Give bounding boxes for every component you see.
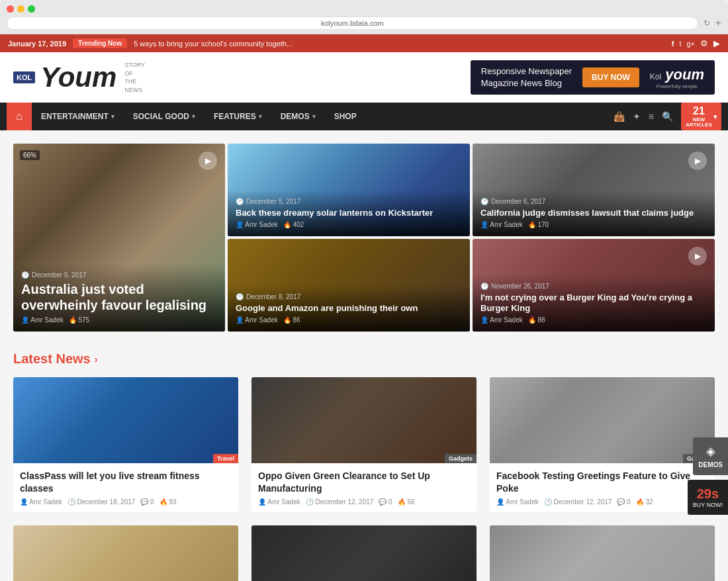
nav-demos[interactable]: DEMOS ▾ (271, 103, 325, 130)
demos-icon: ◈ (698, 444, 723, 459)
logo-youm: Youm (40, 64, 116, 91)
news-image (13, 525, 238, 581)
news-grid-bottom (13, 525, 715, 581)
ad-buy-button[interactable]: BUY NOW (582, 67, 639, 87)
news-image: Gadgets (490, 377, 715, 463)
ticker-date: January 17, 2019 (8, 40, 66, 48)
url-bar[interactable]: kolyoum.bdaia.com (7, 17, 698, 30)
news-body: Oppo Given Green Clearance to Set Up Man… (251, 463, 477, 512)
latest-news-section: Latest News › Travel ClassPass will let … (13, 351, 715, 581)
facebook-icon[interactable]: f (672, 40, 674, 48)
article-meta: 👤 Amr Sadek 🔥 86 (236, 316, 462, 324)
refresh-icon[interactable]: ↻ (704, 19, 710, 28)
chevron-down-icon: ▾ (111, 113, 114, 120)
nav-social-good[interactable]: SOCIAL GOOD ▾ (124, 103, 205, 130)
article-tag: Travel (213, 454, 238, 463)
articles-badge: 21 NEWARTICLES ▾ (681, 103, 721, 130)
card-overlay: 🕐 December 6, 2017 California judge dism… (473, 190, 715, 237)
card-overlay: 🕐 December 5, 2017 Back these dreamy sol… (228, 190, 470, 237)
nav-right: 👜 ✦ ≡ 🔍 21 NEWARTICLES ▾ (614, 103, 721, 130)
youtube-icon[interactable]: ▶ (713, 38, 720, 48)
article-meta: 👤 Amr Sadek 🔥 575 (21, 316, 217, 324)
news-card-oppo[interactable]: Gadgets Oppo Given Green Clearance to Se… (251, 377, 477, 512)
news-card-bottom-3[interactable] (490, 525, 715, 581)
news-body: ClassPass will let you live stream fitne… (13, 463, 238, 512)
buy-timer: 29s (693, 486, 723, 502)
logo-tagline: STORYOFTHENEWS (124, 61, 145, 94)
page-content: January 17, 2019 Trending Now 5 ways to … (0, 34, 728, 581)
twitter-icon[interactable]: t (679, 40, 681, 48)
news-image: Gadgets (251, 377, 477, 463)
buy-label: BUY NOW! (693, 502, 723, 508)
demos-float-button[interactable]: ◈ DEMOS (693, 437, 728, 475)
news-body: Facebook Testing Greetings Feature to Gi… (490, 463, 715, 512)
trending-label: Trending Now (73, 38, 127, 48)
hero-main-article[interactable]: 66% ▶ 🕐 December 5, 2017 Australia just … (13, 144, 225, 332)
nav-bar: ⌂ ENTERTAINMENT ▾ SOCIAL GOOD ▾ FEATURES… (0, 103, 728, 130)
news-card-bottom-2[interactable] (251, 525, 477, 581)
settings-icon[interactable]: ⚙ (700, 38, 708, 48)
site-header: KOL Youm STORYOFTHENEWS Responsive Newsp… (0, 52, 728, 103)
ad-banner: Responsive Newspaper Magazine News Blog … (471, 60, 715, 95)
logo[interactable]: KOL Youm STORYOFTHENEWS (13, 61, 145, 94)
news-card-classpass[interactable]: Travel ClassPass will let you live strea… (13, 377, 238, 512)
chevron-down-icon: ▾ (259, 113, 262, 120)
badge-label: NEWARTICLES (686, 117, 712, 128)
hero-card-judge[interactable]: ▶ 🕐 December 6, 2017 California judge di… (473, 144, 715, 236)
nav-entertainment[interactable]: ENTERTAINMENT ▾ (32, 103, 124, 130)
article-title: California judge dismisses lawsuit that … (480, 208, 707, 218)
article-meta: 👤 Amr Sadek 🔥 170 (480, 221, 707, 228)
ad-brand: Kol youm Powerfully simple (650, 66, 704, 89)
maximize-button[interactable] (28, 5, 35, 13)
bag-icon[interactable]: 👜 (614, 111, 625, 122)
card-overlay: 🕐 November 26, 2017 I'm not crying over … (473, 275, 715, 332)
article-tag: Gadgets (445, 454, 477, 463)
card-overlay: 🕐 December 5, 2017 Australia just voted … (13, 263, 225, 332)
nav-items: ENTERTAINMENT ▾ SOCIAL GOOD ▾ FEATURES ▾… (32, 103, 614, 130)
article-date: 🕐 December 6, 2017 (480, 198, 707, 205)
hero-card-solar[interactable]: 🕐 December 5, 2017 Back these dreamy sol… (228, 144, 470, 236)
news-card-bottom-1[interactable] (13, 525, 238, 581)
article-title: I'm not crying over a Burger King ad You… (480, 292, 707, 313)
badge-count: 21 (686, 105, 712, 117)
hero-card-burger[interactable]: ▶ 🕐 November 26, 2017 I'm not crying ove… (473, 239, 715, 332)
home-nav-button[interactable]: ⌂ (7, 103, 32, 130)
article-title: Australia just voted overwheinly favour … (21, 281, 217, 313)
card-overlay: 🕐 December 8, 2017 Google and Amazon are… (228, 285, 470, 332)
chevron-down-icon: ▾ (192, 113, 195, 120)
article-date: 🕐 November 26, 2017 (480, 283, 707, 290)
social-icons: f t g+ ⚙ ▶ (672, 38, 720, 48)
article-meta: 👤 Amr Sadek 🕐 December 18, 2017 💬 0 🔥 93 (20, 498, 232, 506)
nav-features[interactable]: FEATURES ▾ (205, 103, 271, 130)
article-meta: 👤 Amr Sadek 🔥 402 (236, 221, 462, 228)
news-card-facebook[interactable]: Gadgets Facebook Testing Greetings Featu… (490, 377, 715, 512)
article-title: Google and Amazon are punishing their ow… (236, 303, 462, 314)
ad-logo-text: Kol youm (650, 66, 704, 83)
hero-grid: 66% ▶ 🕐 December 5, 2017 Australia just … (13, 144, 715, 332)
article-title: ClassPass will let you live stream fitne… (20, 470, 232, 494)
progress-badge: 66% (20, 150, 40, 160)
section-title: Latest News › (13, 351, 715, 367)
section-arrow: › (95, 354, 98, 365)
article-meta: 👤 Amr Sadek 🕐 December 12, 2017 💬 0 🔥 56 (258, 498, 470, 506)
main-content: 66% ▶ 🕐 December 5, 2017 Australia just … (0, 130, 728, 581)
new-tab-icon[interactable]: + (715, 17, 721, 29)
ad-text: Responsive Newspaper Magazine News Blog (481, 66, 572, 89)
close-button[interactable] (7, 5, 14, 13)
article-meta: 👤 Amr Sadek 🔥 88 (480, 316, 707, 324)
hero-card-google[interactable]: 🕐 December 8, 2017 Google and Amazon are… (228, 239, 470, 332)
nav-shop[interactable]: SHOP (325, 103, 366, 130)
news-grid: Travel ClassPass will let you live strea… (13, 377, 715, 512)
google-plus-icon[interactable]: g+ (686, 40, 695, 48)
buy-now-float-button[interactable]: 29s BUY NOW! (688, 480, 728, 515)
article-date: 🕐 December 5, 2017 (21, 271, 217, 279)
news-image (490, 525, 715, 581)
share-icon[interactable]: ✦ (633, 111, 641, 122)
menu-icon[interactable]: ≡ (649, 111, 654, 122)
search-icon[interactable]: 🔍 (662, 111, 673, 122)
article-title: Back these dreamy solar lanterns on Kick… (236, 208, 462, 218)
news-image: Travel (13, 377, 238, 463)
browser-chrome: kolyoum.bdaia.com ↻ + (0, 0, 728, 34)
minimize-button[interactable] (17, 5, 24, 13)
chevron-down-icon: ▾ (312, 113, 316, 120)
